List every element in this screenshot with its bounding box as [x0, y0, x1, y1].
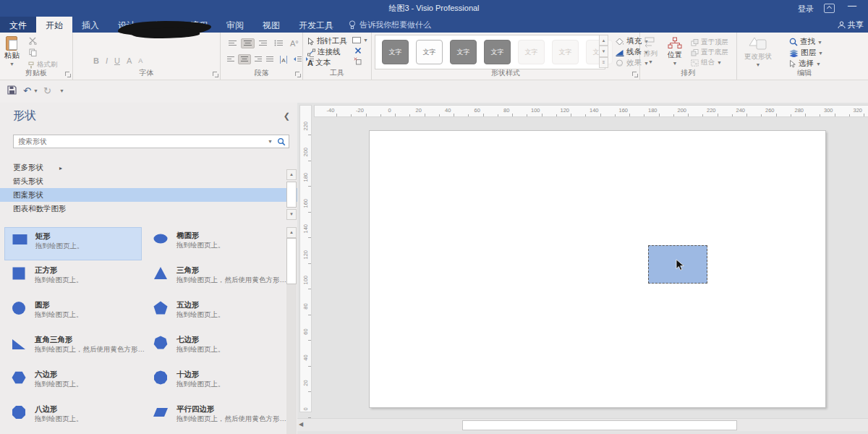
gallery-scroll-up-icon[interactable]: ▲: [599, 35, 608, 46]
tab-0[interactable]: 开始: [36, 17, 72, 33]
group-button[interactable]: 组合▼: [691, 58, 722, 67]
shape-item-rectangle[interactable]: 矩形拖到绘图页上。: [4, 227, 142, 260]
stencil-category-1[interactable]: 箭头形状: [0, 174, 297, 188]
paste-button[interactable]: 粘贴 ▼: [4, 35, 20, 67]
align-bottom-icon[interactable]: [258, 40, 268, 47]
shape-style-swatch-3[interactable]: 文字: [484, 40, 511, 64]
dropped-rectangle-shape[interactable]: [648, 245, 707, 284]
search-dropdown-icon[interactable]: ▼: [268, 139, 273, 144]
align-middle-icon[interactable]: [241, 38, 255, 48]
minimize-button[interactable]: —: [848, 1, 856, 11]
stencil-category-3[interactable]: 图表和数学图形: [0, 202, 297, 216]
shape-item-square[interactable]: 正方形拖到绘图页上。: [4, 262, 140, 294]
text-tool-button[interactable]: A 文本: [307, 58, 331, 68]
decrease-indent-icon[interactable]: [293, 56, 302, 63]
qat-customize-icon[interactable]: ▼: [59, 88, 64, 93]
character-spacing-icon[interactable]: A°: [290, 39, 299, 48]
position-button[interactable]: 位置 ▼: [668, 37, 682, 66]
shape-item-parallelogram[interactable]: 平行四边形拖到绘图页上，然后使用黄色方形…: [146, 401, 282, 433]
align-center-icon[interactable]: [238, 54, 251, 64]
underline-icon[interactable]: U: [114, 56, 120, 65]
shape-style-swatch-4[interactable]: 文字: [518, 40, 545, 64]
bold-icon[interactable]: B: [93, 56, 99, 65]
shape-item-triangle[interactable]: 三角形拖到绘图页上，然后使用黄色方形…: [146, 262, 282, 294]
category-scroll-down-icon[interactable]: ▼: [286, 209, 297, 220]
shape-search-box[interactable]: ▼: [13, 135, 289, 148]
gallery-scroll-down-icon[interactable]: ▼: [599, 46, 608, 56]
select-button[interactable]: 选择▼: [789, 59, 821, 69]
share-button[interactable]: 共享: [838, 20, 864, 30]
clipboard-dialog-launcher[interactable]: [65, 72, 71, 77]
align-button[interactable]: 排列 ▼: [644, 37, 658, 64]
font-dialog-launcher[interactable]: [213, 72, 218, 77]
justify-icon[interactable]: [265, 56, 274, 63]
tab-file[interactable]: 文件: [0, 17, 36, 33]
pointer-tool-button[interactable]: 指针工具: [307, 36, 347, 46]
shape-list-scrollbar[interactable]: ▲: [286, 227, 297, 434]
bring-to-front-button[interactable]: 置于顶层: [691, 38, 728, 47]
shape-style-swatch-2[interactable]: 文字: [450, 40, 477, 64]
shape-search-input[interactable]: [17, 136, 258, 147]
stencil-category-0[interactable]: 更多形状▸: [0, 161, 297, 174]
font-color-icon[interactable]: A: [127, 56, 132, 65]
layers-button[interactable]: 图层▼: [789, 48, 823, 58]
shape-list-scroll-thumb[interactable]: [286, 238, 297, 284]
panel-collapse-icon[interactable]: ❮: [284, 111, 290, 121]
tell-me-box[interactable]: 告诉我你想要做什么: [349, 17, 431, 33]
tab-6[interactable]: 视图: [253, 17, 289, 33]
shape-item-pentagon[interactable]: 五边形拖到绘图页上。: [146, 297, 282, 328]
sign-in-button[interactable]: 登录: [798, 4, 814, 14]
undo-dropdown[interactable]: ▼: [33, 88, 38, 93]
multi-select-button[interactable]: [354, 47, 362, 54]
italic-icon[interactable]: I: [106, 56, 108, 65]
change-shape-button[interactable]: 更改形状 ▼: [744, 35, 772, 67]
bullets-icon[interactable]: [274, 40, 284, 47]
send-to-back-button[interactable]: 置于底层: [691, 48, 728, 57]
shape-style-swatch-5[interactable]: 文字: [552, 40, 579, 64]
shape-item-decagon[interactable]: 十边形拖到绘图页上。: [146, 366, 282, 398]
paragraph-dialog-launcher[interactable]: [295, 72, 301, 77]
gallery-more-icon[interactable]: ≡: [599, 57, 608, 68]
cut-button[interactable]: [29, 37, 37, 45]
category-scroll-up-icon[interactable]: ▲: [286, 169, 297, 180]
tab-5[interactable]: 审阅: [217, 17, 253, 33]
shape-item-right-triangle[interactable]: 直角三角形拖到绘图页上，然后使用黄色方形…: [4, 331, 140, 363]
redo-icon[interactable]: ↻: [43, 85, 51, 96]
gallery-scroll[interactable]: ▲ ▼ ≡: [599, 35, 608, 68]
undo-icon[interactable]: ↶: [23, 85, 31, 96]
text-direction-icon[interactable]: A: [279, 56, 288, 64]
shape-item-circle[interactable]: 圆形拖到绘图页上。: [4, 297, 140, 328]
stencil-category-2[interactable]: 图案形状: [0, 188, 297, 202]
tab-7[interactable]: 开发工具: [289, 17, 343, 33]
tab-1[interactable]: 插入: [72, 17, 109, 33]
paste-dropdown[interactable]: ▼: [9, 61, 14, 67]
connection-point-button[interactable]: [354, 57, 362, 65]
scroll-left-icon[interactable]: ◀: [299, 421, 303, 427]
align-left-icon[interactable]: [226, 56, 235, 63]
rectangle-tool-button[interactable]: ▼: [352, 37, 368, 43]
category-scrollbar[interactable]: ▲ ▼: [286, 169, 297, 217]
drawing-canvas-area[interactable]: -40-200204060801001201401601802002202402…: [297, 103, 868, 434]
category-scroll-thumb[interactable]: [286, 182, 297, 208]
drawing-page[interactable]: [369, 130, 826, 408]
shrink-font-icon[interactable]: A: [138, 57, 142, 64]
shape-item-hexagon[interactable]: 六边形拖到绘图页上。: [4, 366, 140, 398]
connector-button[interactable]: 连接线: [307, 47, 341, 57]
search-icon[interactable]: [277, 137, 286, 146]
find-button[interactable]: 查找▼: [789, 37, 822, 47]
horizontal-scroll-thumb[interactable]: [462, 420, 737, 430]
shape-style-swatch-1[interactable]: 文字: [416, 40, 443, 64]
align-right-icon[interactable]: [254, 56, 263, 63]
align-top-icon[interactable]: [228, 40, 237, 47]
shape-style-swatch-0[interactable]: 文字: [382, 40, 409, 64]
shape-item-heptagon[interactable]: 七边形拖到绘图页上。: [146, 331, 282, 363]
ribbon-display-options-icon[interactable]: [824, 4, 835, 13]
shape-item-octagon[interactable]: 八边形拖到绘图页上。: [4, 401, 140, 433]
shape-list-scroll-up-icon[interactable]: ▲: [286, 227, 297, 238]
copy-button[interactable]: [29, 48, 37, 56]
save-icon[interactable]: [7, 85, 17, 95]
horizontal-scrollbar[interactable]: ◀: [297, 418, 868, 431]
shape-item-ellipse[interactable]: 椭圆形拖到绘图页上。: [146, 227, 282, 259]
font-format-buttons[interactable]: BIU AA: [93, 56, 142, 65]
shape-styles-dialog-launcher[interactable]: [632, 72, 638, 77]
